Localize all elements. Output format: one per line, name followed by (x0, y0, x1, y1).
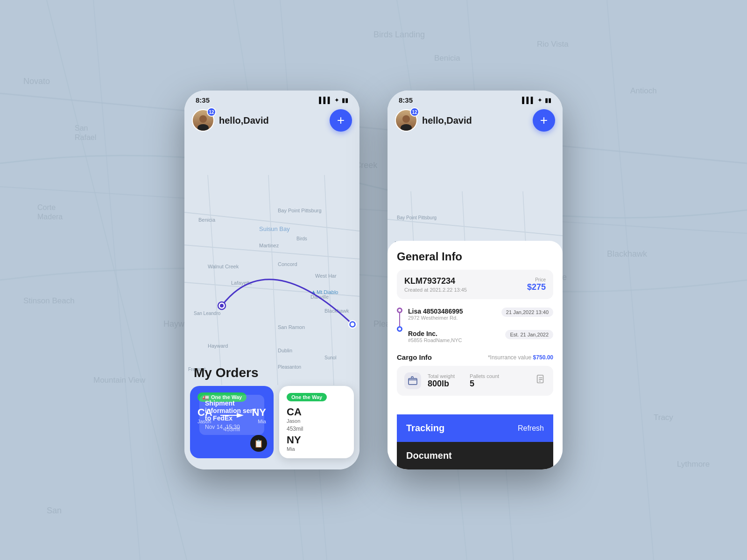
svg-text:Novato: Novato (23, 77, 50, 86)
svg-point-59 (351, 322, 354, 326)
order-card-2[interactable]: One the Way CA Jason 453mil NY Mia (279, 386, 354, 458)
pallets-value: 5 (470, 379, 474, 388)
phone2-panel: General Info KLM7937234 Created at 2021.… (388, 241, 563, 469)
order-id-card: KLM7937234 Created at 2021.2.22 13:45 Pr… (397, 270, 553, 299)
phone2-status-icons: ▌▌▌ ✦ ▮▮ (522, 97, 551, 104)
stop-2-row: Rode Inc. #5855 RoadName,NYC Est. 21 Jan… (408, 328, 553, 345)
order-card-1[interactable]: 🚛 One the Way CA Jason (190, 386, 274, 458)
price-value: $275 (527, 282, 546, 292)
svg-text:West Har: West Har (315, 273, 337, 279)
cargo-stats: Total weight 800lb Pallets count 5 (428, 373, 529, 389)
svg-text:Walnut Creek: Walnut Creek (208, 264, 239, 269)
tracking-label: Tracking (406, 423, 444, 434)
stop-2-est: Est. 21 Jan,2022 (505, 330, 553, 339)
phone-2: Bay Point Pittsburg Martinez Concord Wal… (388, 91, 563, 469)
stop-1-info: Lisa 48503486995 2972 Westheimer Rd. (408, 308, 463, 321)
svg-text:Benicia: Benicia (198, 217, 216, 223)
phone2-avatar-greeting: 12 hello,David (395, 109, 472, 132)
svg-text:Suisun Bay: Suisun Bay (259, 225, 290, 232)
cargo-header: Cargo Info *Insurrance value $750.00 (397, 353, 553, 361)
shipment-title: Shipment information sent to FedEx (205, 399, 259, 422)
phone2-avatar-wrap: 12 (395, 109, 417, 132)
order-card2-to-sub: Mia (287, 446, 346, 452)
svg-point-90 (402, 115, 410, 123)
svg-text:Lythmore: Lythmore (677, 460, 710, 469)
phone1-greeting: hello,David (219, 115, 269, 126)
stop-1-name: Lisa 48503486995 (408, 308, 463, 315)
svg-text:Rio Vista: Rio Vista (537, 40, 569, 49)
phone1-time: 8:35 (196, 96, 210, 104)
phone1-header: 12 hello,David + (192, 109, 352, 132)
route-end-dot (397, 326, 402, 332)
svg-text:Bay Point Pittsburg: Bay Point Pittsburg (278, 208, 322, 213)
weight-value: 800lb (428, 379, 449, 388)
cargo-pallets: Pallets count 5 (470, 373, 499, 389)
stop-2-address: #5855 RoadName,NYC (408, 337, 462, 343)
svg-point-63 (199, 115, 207, 123)
order-price-info: Price $275 (527, 277, 546, 292)
general-info-title: General Info (397, 250, 553, 263)
order-card2-badge: One the Way (287, 393, 327, 401)
stop-2-name: Rode Inc. (408, 330, 462, 337)
route-info-row: Lisa 48503486995 2972 Westheimer Rd. 21 … (397, 306, 553, 345)
svg-rect-92 (409, 378, 417, 385)
route-dots (397, 306, 402, 332)
svg-text:Tracy: Tracy (654, 413, 673, 422)
svg-text:Concord: Concord (278, 261, 297, 267)
svg-text:Corte: Corte (37, 203, 56, 211)
svg-text:Hayward: Hayward (208, 343, 228, 349)
svg-text:San Leandro: San Leandro (194, 311, 221, 316)
svg-text:Birds: Birds (296, 236, 307, 241)
order-card2-from-sub: Jason (287, 418, 302, 424)
order-card2-route: CA Jason (287, 406, 346, 424)
order-id-info: KLM7937234 Created at 2021.2.22 13:45 (404, 276, 467, 293)
pallets-label: Pallets count (470, 373, 499, 379)
svg-point-57 (220, 304, 224, 308)
orders-row: 🚛 One the Way CA Jason (184, 386, 359, 469)
phone2-plus-button[interactable]: + (533, 109, 555, 132)
svg-text:San: San (47, 506, 62, 515)
document-label: Document (406, 450, 452, 461)
svg-text:Martinez: Martinez (259, 243, 279, 248)
route-start-dot (397, 308, 402, 313)
cargo-document-icon[interactable] (536, 374, 546, 387)
phone1-status-bar: 8:35 ▌▌▌ ✦ ▮▮ (184, 91, 359, 106)
svg-text:Stinson Beach: Stinson Beach (23, 296, 75, 305)
shipment-date: Nov 14, 15:30 (205, 424, 259, 430)
cargo-title: Cargo Info (397, 353, 432, 361)
refresh-label: Refresh (518, 424, 544, 433)
cargo-weight: Total weight 800lb (428, 373, 455, 389)
svg-text:Mountain View: Mountain View (93, 376, 146, 385)
phone1-plus-button[interactable]: + (330, 109, 352, 132)
order-created-at: Created at 2021.2.22 13:45 (404, 287, 467, 293)
price-label: Price (527, 277, 546, 282)
phone2-greeting: hello,David (422, 115, 472, 126)
cargo-box-icon (404, 372, 421, 389)
document-icon-button[interactable]: 📋 (250, 435, 267, 452)
svg-text:Benicia: Benicia (434, 54, 460, 63)
phone1-notification-badge: 12 (207, 107, 216, 117)
shipment-info: Shipment information sent to FedEx Nov 1… (199, 395, 264, 435)
stop-2-info: Rode Inc. #5855 RoadName,NYC (408, 330, 462, 343)
svg-point-64 (197, 124, 209, 131)
phone1-bottom-content: My Orders 🚛 One the Way CA Jason (184, 358, 359, 469)
my-orders-title: My Orders (184, 362, 359, 386)
phone1-avatar-wrap: 12 (192, 109, 214, 132)
svg-text:Antioch: Antioch (630, 86, 657, 95)
order-card2-to: NY (287, 434, 346, 446)
svg-text:San: San (75, 124, 88, 132)
document-button[interactable]: Document (397, 442, 553, 469)
route-line (399, 313, 400, 326)
svg-text:Rafael: Rafael (75, 133, 96, 141)
tracking-button[interactable]: Tracking Refresh (397, 414, 553, 442)
stop-1-time: 21 Jan,2022 13:40 (501, 308, 553, 317)
phone2-header: 12 hello,David + (395, 109, 555, 132)
phone2-status-bar: 8:35 ▌▌▌ ✦ ▮▮ (388, 91, 563, 106)
phones-container: Benicia Bay Point Pittsburg Martinez Bir… (184, 91, 563, 469)
phone-1: Benicia Bay Point Pittsburg Martinez Bir… (184, 91, 359, 469)
order-card2-distance: 453mil (287, 426, 346, 432)
insurance-value: $750.00 (533, 354, 553, 361)
document-icon: 📋 (254, 439, 263, 448)
svg-rect-93 (537, 375, 543, 383)
svg-text:San Ramon: San Ramon (278, 324, 305, 330)
